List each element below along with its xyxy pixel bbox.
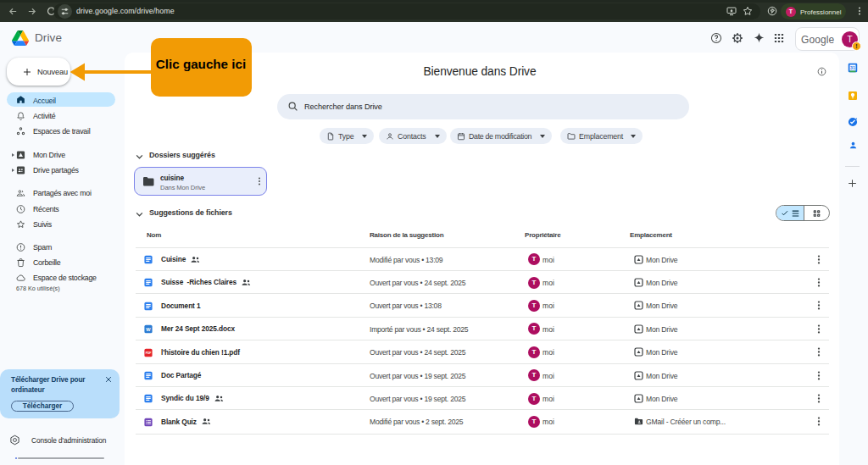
svg-text:Clic gauche ici: Clic gauche ici	[156, 57, 246, 71]
svg-text:W: W	[146, 327, 151, 332]
svg-text:31: 31	[850, 65, 855, 70]
svg-text:PDF: PDF	[145, 352, 151, 355]
